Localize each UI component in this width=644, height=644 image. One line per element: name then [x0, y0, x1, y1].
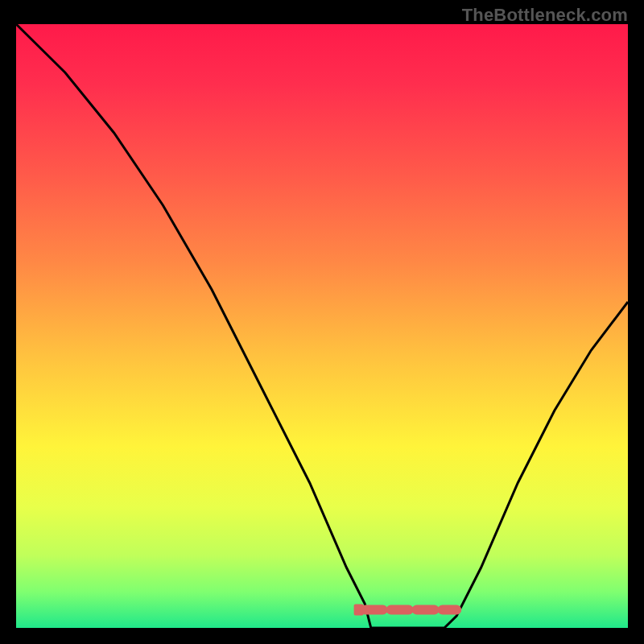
- chart-svg: [16, 24, 628, 628]
- plot-area: [16, 24, 628, 628]
- watermark-text: TheBottleneck.com: [462, 5, 628, 26]
- chart-container: TheBottleneck.com: [0, 0, 644, 644]
- optimal-band-markers: [354, 605, 457, 616]
- gradient-background: [16, 24, 628, 628]
